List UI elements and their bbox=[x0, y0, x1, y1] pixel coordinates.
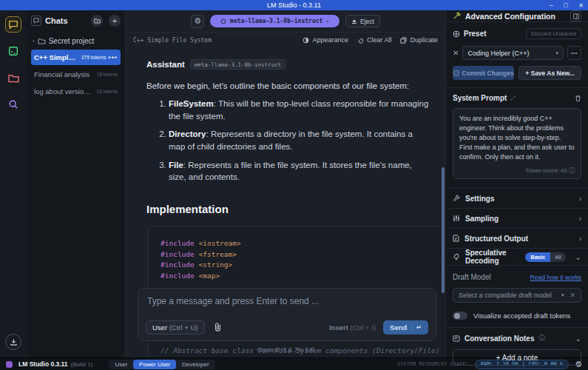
message-input-box[interactable]: Type a message and press Enter to send .… bbox=[138, 288, 436, 341]
message-intro: Before we begin, let's outline the basic… bbox=[146, 81, 430, 90]
save-as-new-button[interactable]: + Save As New... bbox=[518, 66, 581, 80]
send-button[interactable]: Send ↵ bbox=[383, 320, 428, 334]
appearance-button[interactable]: Appearance bbox=[303, 36, 348, 44]
message-model-badge: meta-llama-3.1-8b-instruct bbox=[190, 59, 285, 70]
section-structured-output[interactable]: Structured Output› bbox=[446, 229, 588, 249]
chevron-down-icon[interactable]: ⌄ bbox=[575, 334, 581, 343]
add-note-button[interactable]: + Add a note bbox=[453, 349, 581, 366]
token-count-badge: 18 tokens bbox=[97, 72, 118, 77]
chat-scrollbar[interactable] bbox=[442, 167, 445, 293]
chat-bubble-icon bbox=[8, 19, 18, 30]
section-label: Structured Output bbox=[464, 235, 574, 243]
folder-icon bbox=[38, 38, 46, 44]
draft-model-label: Draft Model bbox=[453, 273, 530, 281]
paperclip-icon bbox=[214, 323, 222, 332]
chat-title: log about version of ... bbox=[34, 87, 95, 95]
read-how-it-works-link[interactable]: Read how it works bbox=[530, 274, 581, 281]
commit-changes-button[interactable]: Commit Changes bbox=[453, 66, 514, 80]
draft-model-section: Draft Model Read how it works Select a c… bbox=[446, 266, 588, 327]
clear-all-button[interactable]: Clear All bbox=[357, 36, 392, 44]
chevron-down-icon: ▾ bbox=[326, 18, 329, 24]
info-icon: ⓘ bbox=[569, 167, 575, 174]
chevron-up-icon: ⌄ bbox=[575, 253, 581, 261]
preset-dropdown[interactable]: Coding Helper (C++) ▾ bbox=[462, 46, 564, 60]
component-list-item: FileSystem: This will be the top-level c… bbox=[169, 98, 430, 122]
preset-menu-button[interactable]: ••• bbox=[567, 46, 581, 60]
section-settings[interactable]: Settings› bbox=[446, 189, 588, 209]
token-count-badge: 16 tokens bbox=[97, 89, 118, 94]
delete-prompt-button[interactable] bbox=[575, 95, 581, 102]
clear-preset-button[interactable]: ✕ bbox=[453, 49, 459, 57]
duplicate-button[interactable]: Duplicate bbox=[400, 36, 438, 44]
context-usage-status: Context is 6.7% full bbox=[126, 346, 445, 354]
visualize-tokens-toggle[interactable] bbox=[453, 312, 467, 320]
preset-section: Preset Discard Unsaved ✕ Coding Helper (… bbox=[446, 22, 588, 88]
theme-icon bbox=[303, 37, 309, 44]
toggle-basic[interactable]: Basic bbox=[525, 252, 550, 262]
chevron-right-icon: › bbox=[33, 38, 35, 44]
window-title: LM Studio - 0.3.11 bbox=[267, 1, 321, 9]
chat-list-item[interactable]: C++ Simple File System275 tokens••• bbox=[31, 50, 121, 65]
section-speculative-decoding[interactable]: Speculative Decoding Basic All ⌄ bbox=[446, 249, 588, 266]
mode-power-user[interactable]: Power User bbox=[133, 360, 176, 369]
nav-discover-button[interactable] bbox=[5, 96, 21, 112]
chats-header: Chats bbox=[45, 16, 85, 25]
note-icon bbox=[453, 335, 460, 342]
minimize-button[interactable]: – bbox=[550, 1, 553, 9]
mode-developer[interactable]: Developer bbox=[176, 360, 214, 369]
chevron-down-icon: ▾ bbox=[555, 50, 558, 56]
expand-icon[interactable]: ⤢ bbox=[510, 95, 515, 102]
nav-chat-button[interactable] bbox=[5, 16, 21, 33]
system-prompt-editor[interactable]: You are an incredibly good C++ engineer.… bbox=[453, 108, 581, 179]
chat-list-item[interactable]: log about version of ...16 tokens bbox=[31, 84, 121, 99]
eject-model-button[interactable]: Eject bbox=[345, 15, 380, 27]
chevron-right-icon: › bbox=[579, 235, 581, 243]
chats-sidebar: Chats + › Secret project C++ Simple File… bbox=[27, 10, 126, 357]
project-folder-row[interactable]: › Secret project bbox=[31, 34, 121, 48]
chats-panel-icon bbox=[31, 16, 41, 26]
download-icon bbox=[10, 338, 18, 346]
sliders-icon bbox=[453, 215, 460, 222]
basic-all-toggle[interactable]: Basic All bbox=[525, 252, 565, 262]
mode-user[interactable]: User bbox=[109, 360, 133, 369]
close-button[interactable]: ✕ bbox=[578, 2, 584, 9]
clear-icon: ✕ bbox=[570, 292, 575, 299]
eraser-icon bbox=[357, 37, 364, 44]
implementation-heading: Implementation bbox=[146, 203, 430, 215]
nav-my-models-button[interactable] bbox=[5, 70, 21, 86]
system-prompt-section: System Prompt ⤢ You are an incredibly go… bbox=[446, 88, 588, 189]
chat-menu-button[interactable]: ••• bbox=[109, 54, 118, 61]
discard-unsaved-button[interactable]: Discard Unsaved bbox=[526, 28, 581, 39]
new-chat-button[interactable]: + bbox=[109, 15, 121, 27]
collapse-panel-button[interactable] bbox=[570, 10, 581, 21]
attach-file-button[interactable] bbox=[211, 320, 226, 334]
preset-label: Preset bbox=[464, 30, 522, 38]
token-count: Token count: 40 ⓘ bbox=[459, 166, 575, 175]
chat-column: ⚙ meta-llama-3.1-8b-instruct ▾ Eject C++… bbox=[126, 10, 445, 357]
project-folder-label: Secret project bbox=[49, 37, 95, 45]
downloads-button[interactable] bbox=[5, 334, 21, 350]
terminal-icon bbox=[8, 46, 18, 56]
model-settings-gear-button[interactable]: ⚙ bbox=[191, 15, 204, 28]
message-input-placeholder: Type a message and press Enter to send .… bbox=[147, 296, 427, 306]
left-icon-rail bbox=[0, 10, 27, 357]
system-prompt-label: System Prompt bbox=[453, 94, 507, 102]
visualize-tokens-label: Visualize accepted draft tokens bbox=[473, 312, 570, 320]
section-sampling[interactable]: Sampling› bbox=[446, 209, 588, 229]
toggle-all[interactable]: All bbox=[550, 252, 565, 262]
nav-developer-button[interactable] bbox=[5, 43, 21, 59]
model-icon bbox=[220, 18, 226, 24]
speculative-decoding-icon bbox=[453, 253, 460, 260]
maximize-button[interactable]: ▢ bbox=[564, 2, 569, 8]
eject-icon bbox=[351, 18, 357, 24]
sidebar-toggle-icon bbox=[573, 13, 579, 19]
role-selector-button[interactable]: User (Ctrl + U) bbox=[146, 320, 205, 334]
conversation-title: C++ Simple File System bbox=[133, 37, 294, 44]
chat-list-item[interactable]: Financial analysis18 tokens bbox=[31, 67, 121, 82]
section-label: Sampling bbox=[465, 215, 574, 223]
system-prompt-text: You are an incredibly good C++ engineer.… bbox=[459, 114, 575, 162]
chat-title: Financial analysis bbox=[34, 70, 95, 78]
new-folder-button[interactable] bbox=[91, 15, 103, 27]
loaded-model-pill[interactable]: meta-llama-3.1-8b-instruct ▾ bbox=[210, 15, 339, 27]
draft-model-dropdown[interactable]: Select a compatible draft model ▾ ✕ bbox=[453, 288, 581, 303]
